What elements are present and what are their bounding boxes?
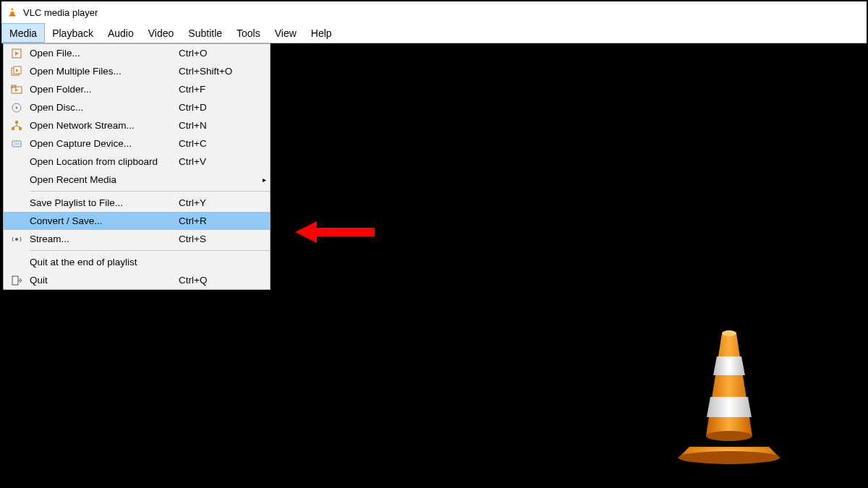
media-dropdown: Open File... Ctrl+O Open Multiple Files.… (3, 43, 271, 290)
menu-convert-save[interactable]: Convert / Save... Ctrl+R (4, 212, 270, 230)
menu-item-shortcut: Ctrl+N (179, 120, 258, 131)
menu-item-label: Open Network Stream... (30, 120, 179, 131)
svg-marker-30 (706, 333, 752, 436)
menu-quit-end-playlist[interactable]: Quit at the end of playlist (4, 253, 270, 271)
menu-item-label: Open File... (30, 48, 179, 59)
annotation-arrow-icon (295, 221, 375, 243)
menu-item-label: Open Disc... (30, 102, 179, 113)
svg-marker-6 (15, 51, 19, 56)
file-play-icon (4, 48, 30, 59)
title-bar: VLC media player (1, 1, 867, 23)
menu-item-label: Quit at the end of playlist (30, 257, 179, 267)
svg-marker-2 (11, 10, 14, 12)
svg-point-34 (706, 431, 752, 441)
menu-item-label: Stream... (30, 234, 179, 244)
svg-line-20 (17, 126, 20, 127)
svg-rect-16 (12, 127, 14, 130)
menu-item-label: Open Multiple Files... (30, 66, 179, 77)
menu-item-shortcut: Ctrl+Q (179, 275, 258, 286)
menu-open-location-clipboard[interactable]: Open Location from clipboard Ctrl+V (4, 153, 270, 171)
menu-item-label: Open Location from clipboard (30, 156, 179, 167)
menu-item-shortcut: Ctrl+V (179, 156, 258, 167)
app-icon (6, 4, 23, 20)
stream-icon (4, 234, 30, 245)
svg-marker-3 (9, 12, 14, 15)
svg-point-29 (678, 451, 780, 464)
vlc-cone-icon (671, 328, 787, 465)
menu-quit[interactable]: Quit Ctrl+Q (4, 271, 270, 289)
network-icon (4, 120, 30, 132)
menu-audio[interactable]: Audio (101, 23, 141, 43)
menu-separator (30, 250, 270, 251)
menu-subtitle[interactable]: Subtitle (181, 23, 229, 43)
submenu-arrow-icon: ▸ (258, 176, 270, 184)
menu-playback[interactable]: Playback (45, 23, 101, 43)
menu-open-recent-media[interactable]: Open Recent Media ▸ (4, 171, 270, 189)
menu-video[interactable]: Video (141, 23, 182, 43)
files-play-icon (4, 66, 30, 77)
menu-item-shortcut: Ctrl+O (179, 48, 258, 59)
menu-item-label: Open Recent Media (30, 174, 179, 185)
svg-rect-15 (15, 121, 18, 124)
svg-marker-33 (707, 397, 752, 417)
window-title: VLC media player (23, 7, 98, 18)
menu-item-shortcut: Ctrl+S (179, 234, 258, 244)
menu-open-network-stream[interactable]: Open Network Stream... Ctrl+N (4, 116, 270, 134)
menu-item-shortcut: Ctrl+C (179, 138, 258, 149)
svg-rect-24 (12, 276, 18, 285)
folder-play-icon (4, 84, 30, 95)
menu-save-playlist[interactable]: Save Playlist to File... Ctrl+Y (4, 194, 270, 212)
menu-view[interactable]: View (268, 23, 304, 43)
menu-tools[interactable]: Tools (229, 23, 268, 43)
menu-item-label: Open Capture Device... (30, 138, 179, 149)
svg-rect-22 (14, 142, 20, 145)
menu-stream[interactable]: Stream... Ctrl+S (4, 230, 270, 248)
menu-bar: Media Playback Audio Video Subtitle Tool… (1, 23, 867, 43)
menu-item-label: Convert / Save... (30, 215, 179, 226)
menu-item-label: Open Folder... (30, 84, 179, 95)
menu-item-label: Quit (30, 275, 179, 286)
menu-open-capture-device[interactable]: Open Capture Device... Ctrl+C (4, 134, 270, 153)
svg-marker-1 (12, 7, 14, 9)
capture-icon (4, 138, 30, 150)
svg-marker-12 (15, 88, 18, 92)
menu-open-multiple-files[interactable]: Open Multiple Files... Ctrl+Shift+O (4, 62, 270, 80)
menu-item-shortcut: Ctrl+R (179, 215, 258, 226)
menu-separator (30, 191, 270, 192)
menu-item-shortcut: Ctrl+D (179, 102, 258, 113)
svg-point-23 (15, 238, 18, 241)
menu-open-file[interactable]: Open File... Ctrl+O (4, 44, 270, 62)
menu-item-shortcut: Ctrl+F (179, 84, 258, 95)
menu-media[interactable]: Media (1, 23, 45, 43)
svg-line-19 (13, 126, 17, 127)
svg-marker-27 (295, 221, 317, 243)
svg-point-14 (16, 106, 18, 108)
svg-marker-32 (713, 356, 745, 375)
menu-item-shortcut: Ctrl+Shift+O (179, 66, 258, 77)
disc-icon (4, 102, 30, 114)
svg-point-4 (9, 15, 15, 17)
menu-open-folder[interactable]: Open Folder... Ctrl+F (4, 80, 270, 98)
quit-icon (4, 275, 30, 286)
menu-item-label: Save Playlist to File... (30, 197, 179, 208)
svg-rect-17 (19, 127, 22, 130)
menu-help[interactable]: Help (304, 23, 339, 43)
menu-open-disc[interactable]: Open Disc... Ctrl+D (4, 98, 270, 116)
menu-item-shortcut: Ctrl+Y (179, 197, 258, 208)
svg-point-31 (722, 330, 736, 336)
